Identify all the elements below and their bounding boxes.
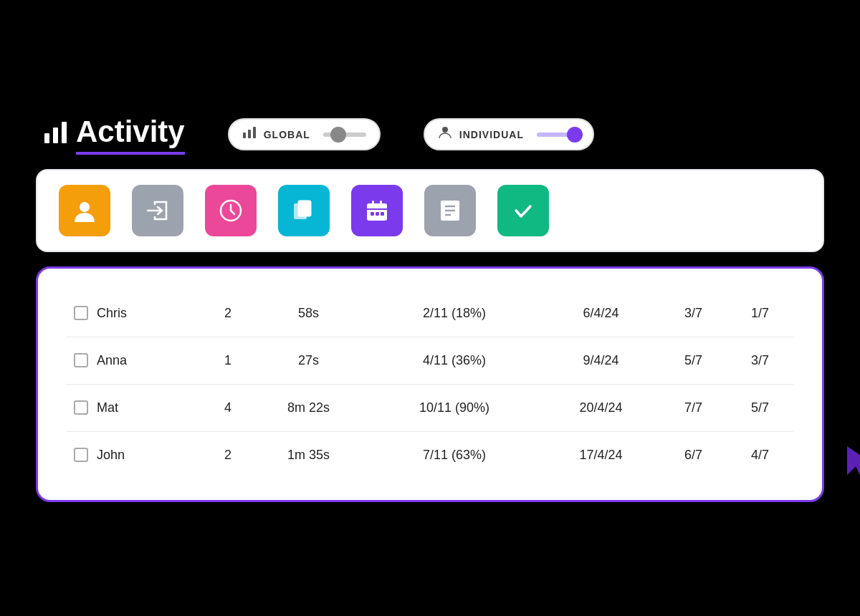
- table-cell: 2: [206, 290, 250, 337]
- user-button[interactable]: [59, 185, 110, 236]
- book-button[interactable]: [424, 185, 476, 236]
- table-cell: 6/4/24: [542, 290, 660, 337]
- individual-label: INDIVIDUAL: [459, 129, 524, 140]
- individual-knob: [567, 127, 583, 143]
- table-cell: 3/7: [660, 290, 727, 337]
- global-knob: [330, 127, 346, 143]
- table-cell: 8m 22s: [250, 384, 367, 431]
- table-cell: 6/7: [660, 431, 727, 478]
- table-row[interactable]: Mat 48m 22s10/11 (90%)20/4/247/75/7: [67, 384, 793, 431]
- row-name: Chris: [97, 306, 127, 321]
- global-track[interactable]: [323, 133, 366, 137]
- svg-rect-16: [381, 212, 384, 216]
- pages-button[interactable]: [278, 185, 330, 236]
- individual-icon: [438, 125, 452, 143]
- clock-button[interactable]: [205, 185, 257, 236]
- svg-rect-2: [62, 122, 67, 143]
- table-row[interactable]: John 21m 35s7/11 (63%)17/4/246/74/7: [67, 431, 793, 478]
- toolbar-panel: [36, 169, 824, 252]
- svg-rect-4: [248, 130, 251, 138]
- row-checkbox[interactable]: [74, 306, 88, 320]
- login-button[interactable]: [132, 185, 183, 236]
- activity-table: Chris 258s2/11 (18%)6/4/243/71/7 Anna 12…: [67, 290, 793, 478]
- table-cell: 1/7: [727, 290, 793, 337]
- check-button[interactable]: [497, 185, 549, 236]
- table-cell: 17/4/24: [542, 431, 660, 478]
- table-cell: 58s: [250, 290, 367, 337]
- row-checkbox[interactable]: [74, 353, 88, 367]
- table-cell: 27s: [250, 337, 367, 384]
- header-row: Activity GLOBAL: [36, 115, 824, 155]
- table-cell: 4: [206, 384, 250, 431]
- svg-rect-14: [371, 212, 374, 216]
- table-cell: 9/4/24: [542, 337, 660, 384]
- svg-rect-0: [44, 133, 49, 143]
- table-cell: 3/7: [727, 337, 793, 384]
- svg-rect-10: [298, 201, 311, 216]
- table-cell: 1m 35s: [250, 431, 367, 478]
- row-name: John: [97, 448, 125, 463]
- table-cell: 2: [206, 431, 250, 478]
- svg-point-6: [442, 127, 448, 133]
- row-name: Anna: [97, 353, 127, 368]
- calendar-button[interactable]: [351, 185, 403, 236]
- svg-rect-15: [376, 212, 379, 216]
- table-row[interactable]: Anna 127s4/11 (36%)9/4/245/73/7: [67, 337, 793, 384]
- global-toggle[interactable]: GLOBAL: [228, 118, 381, 150]
- main-container: Activity GLOBAL: [36, 115, 824, 502]
- table-cell: 5/7: [727, 384, 793, 431]
- svg-rect-5: [253, 127, 256, 138]
- page-title-group: Activity: [43, 115, 185, 155]
- table-cell: 1: [206, 337, 250, 384]
- table-cell: 4/7: [727, 431, 793, 478]
- page-title-text: Activity: [76, 115, 185, 155]
- row-checkbox[interactable]: [74, 448, 88, 462]
- svg-rect-3: [243, 133, 246, 138]
- svg-rect-1: [53, 127, 58, 143]
- svg-rect-12: [372, 201, 374, 206]
- table-cell: 7/11 (63%): [367, 431, 542, 478]
- svg-point-7: [80, 202, 90, 212]
- svg-marker-21: [847, 446, 860, 478]
- row-name: Mat: [97, 400, 118, 415]
- data-panel: Chris 258s2/11 (18%)6/4/243/71/7 Anna 12…: [36, 266, 824, 502]
- individual-toggle[interactable]: INDIVIDUAL: [424, 118, 594, 150]
- table-row[interactable]: Chris 258s2/11 (18%)6/4/243/71/7: [67, 290, 793, 337]
- svg-rect-13: [380, 201, 382, 206]
- table-cell: 4/11 (36%): [367, 337, 542, 384]
- row-checkbox[interactable]: [74, 400, 88, 415]
- global-label: GLOBAL: [264, 129, 310, 140]
- table-cell: 10/11 (90%): [367, 384, 542, 431]
- toggle-group: GLOBAL INDIVIDUAL: [228, 118, 594, 150]
- table-cell: 20/4/24: [542, 384, 660, 431]
- global-icon: [242, 125, 257, 143]
- individual-track[interactable]: [537, 133, 580, 137]
- activity-icon: [43, 119, 69, 150]
- table-cell: 5/7: [660, 337, 727, 384]
- table-cell: 2/11 (18%): [367, 290, 542, 337]
- table-cell: 7/7: [660, 384, 727, 431]
